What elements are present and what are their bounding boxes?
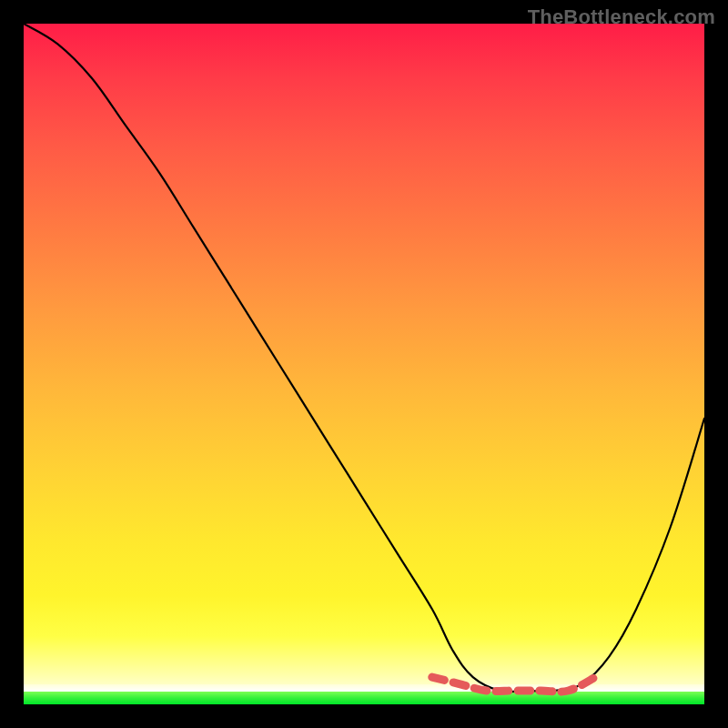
chart-frame: TheBottleneck.com [0, 0, 728, 728]
optimal-range-marker-path [432, 677, 596, 692]
curve-svg [24, 24, 704, 704]
plot-area [24, 24, 704, 704]
watermark-text: TheBottleneck.com [528, 5, 715, 29]
bottleneck-curve-path [24, 24, 704, 692]
